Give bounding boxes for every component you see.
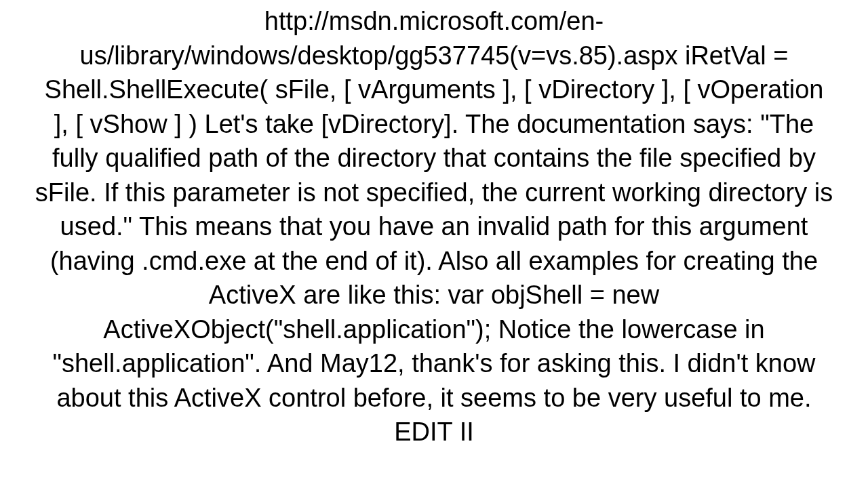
document-container: http://msdn.microsoft.com/en-us/library/… (0, 0, 868, 488)
document-body: http://msdn.microsoft.com/en-us/library/… (34, 4, 834, 449)
